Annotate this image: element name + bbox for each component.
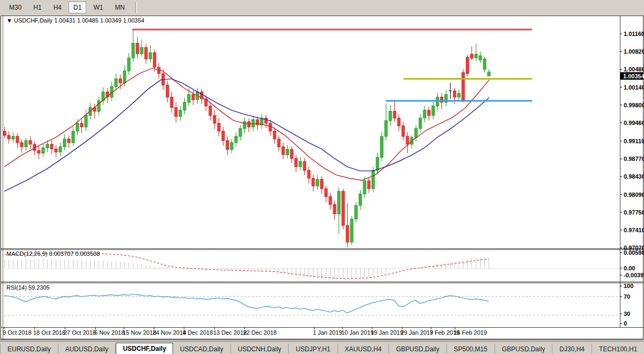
bull-candle (183, 102, 186, 110)
bear-candle (50, 144, 53, 149)
bear-candle (29, 141, 32, 144)
hline-minor-resistance[interactable] (403, 78, 532, 80)
bear-candle (80, 123, 83, 127)
bear-candle (119, 79, 122, 83)
price-axis-label: 0.99110 (624, 138, 644, 144)
bull-candle (239, 129, 242, 137)
bull-candle (252, 120, 254, 127)
timeframe-button-H1[interactable]: H1 (28, 2, 46, 13)
bull-candle (63, 139, 66, 147)
bull-candle (389, 111, 392, 121)
symbol-tab-USDCNH-Daily[interactable]: USDCNH,Daily (231, 344, 289, 354)
bull-candle (115, 79, 117, 87)
bull-candle (419, 118, 422, 129)
rsi-axis-label: 100 (624, 283, 633, 289)
bear-candle (213, 115, 216, 123)
symbol-tab-SP500-M15[interactable]: SP500,M15 (447, 344, 495, 354)
hline-resistance[interactable] (132, 29, 532, 31)
timeframe-button-W1[interactable]: W1 (88, 2, 108, 13)
bear-candle (269, 123, 272, 131)
bear-candle (402, 126, 405, 137)
date-axis-label: 15 Nov 2018 (123, 329, 156, 336)
bear-candle (406, 136, 409, 144)
symbol-tab-XAUUSD-H4[interactable]: XAUUSD,H4 (338, 344, 390, 354)
bull-candle (25, 141, 27, 147)
rsi-indicator-label: RSI(14) 59.2305 (6, 284, 50, 291)
toolbar-separator (135, 2, 137, 13)
bear-candle (346, 225, 349, 242)
bear-candle (153, 53, 156, 67)
bull-candle (355, 205, 357, 219)
symbol-tab-USDCHF-Daily[interactable]: USDCHF,Daily (116, 343, 173, 354)
macd-axis-label: -0.003954 (624, 272, 644, 278)
symbol-tab-DJ30-H4[interactable]: DJ30,H4 (552, 344, 592, 354)
bear-candle (166, 85, 169, 97)
price-axis-label: 0.97750 (624, 209, 644, 216)
timeframe-button-D1[interactable]: D1 (69, 2, 86, 13)
bull-candle (85, 115, 87, 127)
symbol-tab-AUDUSD-Daily[interactable]: AUDUSD,Daily (58, 344, 116, 354)
bull-candle (179, 110, 182, 116)
bear-candle (222, 131, 224, 141)
bear-candle (145, 47, 147, 59)
bear-candle (175, 108, 177, 117)
bear-candle (368, 181, 370, 189)
current-price-value: 1.00354 (623, 73, 644, 79)
bull-candle (363, 181, 366, 194)
symbol-tab-GBPUSD-Daily[interactable]: GBPUSD,Daily (495, 344, 553, 354)
bull-candle (376, 157, 379, 170)
bull-candle (230, 143, 233, 150)
bear-candle (308, 171, 310, 179)
date-axis-label: 29 Jan 2019 (401, 329, 433, 336)
symbol-tab-GBPUSD-Daily[interactable]: GBPUSD,Daily (389, 344, 447, 354)
bull-candle (488, 72, 490, 76)
symbol-tab-TECH100-H1[interactable]: TECH100,H1 (592, 344, 644, 354)
bear-candle (398, 118, 400, 126)
chart-canvas[interactable]: USDCHF,Daily 1.00431 1.00485 1.00349 1.0… (0, 15, 644, 341)
bear-candle (466, 57, 469, 73)
bear-candle (55, 149, 57, 152)
symbol-tab-bar: EURUSD,DailyAUDUSD,DailyUSDCHF,DailyUSDC… (0, 341, 644, 354)
bear-candle (282, 147, 284, 155)
bull-candle (149, 53, 152, 59)
bull-candle (483, 59, 486, 70)
price-axis-label: 0.97410 (624, 227, 644, 233)
bear-candle (428, 110, 430, 115)
bull-candle (372, 171, 375, 189)
bear-candle (303, 161, 306, 171)
date-axis-label: 4 Dec 2018 (183, 329, 213, 336)
bear-candle (453, 91, 456, 97)
timeframe-button-M30[interactable]: M30 (4, 2, 26, 13)
bear-candle (170, 97, 173, 108)
rsi-axis-label: 70 (624, 293, 630, 300)
symbol-tab-EURUSD-Daily[interactable]: EURUSD,Daily (1, 344, 58, 354)
date-axis-label: 10 Jan 2019 (341, 329, 374, 336)
bear-candle (329, 196, 332, 204)
bear-candle (320, 179, 323, 189)
timeframe-toolbar: M30H1H4D1W1MN (0, 0, 644, 15)
bear-candle (226, 141, 229, 150)
hline-support[interactable] (386, 100, 532, 102)
macd-axis-label: 0.00 (624, 265, 635, 271)
bull-candle (286, 150, 289, 155)
bear-candle (325, 189, 327, 197)
bear-candle (209, 106, 212, 116)
timeframe-button-H4[interactable]: H4 (49, 2, 66, 13)
price-axis-label: 1.00140 (624, 84, 644, 91)
bear-candle (218, 123, 220, 131)
symbol-tab-USDJPY-H1[interactable]: USDJPY,H1 (289, 344, 338, 354)
bull-candle (423, 110, 426, 118)
bear-candle (462, 72, 465, 100)
price-axis-label: 0.99800 (624, 102, 644, 108)
bull-candle (479, 56, 482, 60)
date-axis-label: 18 Oct 2018 (33, 329, 65, 336)
bull-candle (359, 194, 362, 206)
timeframe-button-MN[interactable]: MN (110, 2, 130, 13)
symbol-tab-USDCAD-Daily[interactable]: USDCAD,Daily (173, 344, 231, 354)
mt4-application: M30H1H4D1W1MN USDCHF,Daily 1.00431 1.004… (0, 0, 644, 354)
date-axis-label: 27 Oct 2018 (64, 329, 96, 336)
collapse-arrow-icon[interactable]: ▼ (6, 17, 12, 24)
bear-candle (278, 139, 280, 147)
bull-candle (458, 93, 460, 97)
bear-candle (393, 111, 396, 118)
